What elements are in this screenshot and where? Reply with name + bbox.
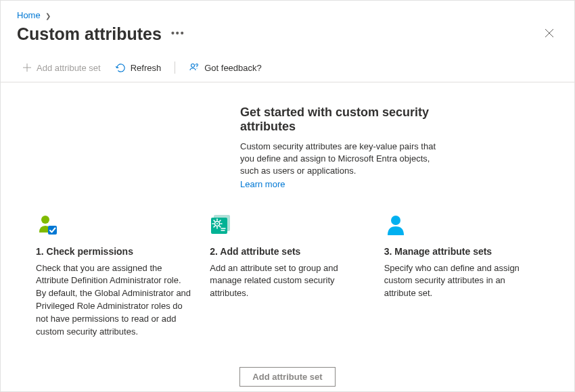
page-title: Custom attributes xyxy=(17,24,162,44)
plus-icon xyxy=(22,63,32,72)
svg-point-2 xyxy=(41,216,49,224)
intro-heading: Get started with custom security attribu… xyxy=(240,105,443,134)
svg-point-8 xyxy=(391,216,400,225)
step-2-body: Add an attribute set to group and manage… xyxy=(210,262,365,301)
feedback-icon xyxy=(189,62,200,73)
step-3-body: Specify who can define and assign custom… xyxy=(384,262,539,301)
step-1-body: Check that you are assigned the Attribut… xyxy=(36,262,191,339)
add-attribute-set-cta-button[interactable]: Add attribute set xyxy=(239,367,335,387)
intro-body: Custom security attributes are key-value… xyxy=(240,141,443,178)
step-2-title: 2. Add attribute sets xyxy=(210,246,365,257)
add-attribute-set-label: Add attribute set xyxy=(37,63,101,73)
check-permissions-icon xyxy=(36,214,191,239)
refresh-label: Refresh xyxy=(131,63,162,73)
chevron-right-icon: ❯ xyxy=(45,12,51,20)
learn-more-link[interactable]: Learn more xyxy=(240,179,285,189)
step-3: 3. Manage attribute sets Specify who can… xyxy=(384,214,539,339)
svg-point-1 xyxy=(197,68,198,68)
step-3-title: 3. Manage attribute sets xyxy=(384,246,539,257)
feedback-button[interactable]: Got feedback? xyxy=(183,59,267,76)
svg-rect-3 xyxy=(48,226,57,235)
close-icon xyxy=(545,28,554,38)
feedback-label: Got feedback? xyxy=(204,63,262,73)
svg-point-7 xyxy=(216,223,218,224)
intro-section: Get started with custom security attribu… xyxy=(132,105,443,189)
add-attribute-set-button[interactable]: Add attribute set xyxy=(17,60,106,76)
steps-row: 1. Check permissions Check that you are … xyxy=(28,214,547,339)
more-actions-icon[interactable]: ••• xyxy=(171,28,185,39)
toolbar-separator xyxy=(175,62,175,74)
main-content: Get started with custom security attribu… xyxy=(1,82,574,387)
step-2: 2. Add attribute sets Add an attribute s… xyxy=(210,214,365,339)
refresh-icon xyxy=(116,63,126,73)
page-header: Custom attributes ••• xyxy=(1,24,574,53)
add-attribute-sets-icon xyxy=(210,214,365,239)
breadcrumb: Home ❯ xyxy=(1,1,574,24)
refresh-button[interactable]: Refresh xyxy=(110,60,167,76)
breadcrumb-home-link[interactable]: Home xyxy=(17,10,41,20)
svg-point-0 xyxy=(191,64,195,68)
close-button[interactable] xyxy=(540,24,558,44)
toolbar: Add attribute set Refresh Got feedback? xyxy=(1,53,574,82)
cta-row: Add attribute set xyxy=(28,367,547,387)
page-title-wrap: Custom attributes ••• xyxy=(17,24,185,44)
manage-attribute-sets-icon xyxy=(384,214,539,239)
step-1: 1. Check permissions Check that you are … xyxy=(36,214,191,339)
step-1-title: 1. Check permissions xyxy=(36,246,191,257)
